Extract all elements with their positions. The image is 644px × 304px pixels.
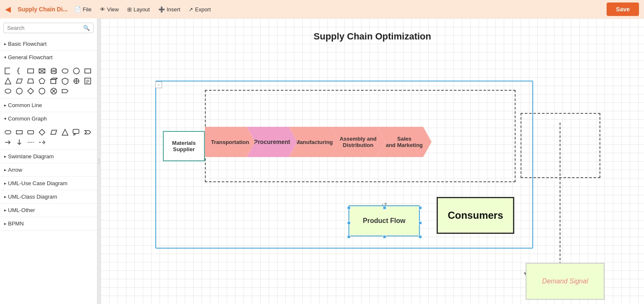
- shape-parallelogram[interactable]: [15, 76, 24, 86]
- menu-layout[interactable]: ⊞ Layout: [127, 6, 150, 13]
- svg-rect-35: [16, 131, 22, 134]
- chevron-transportation[interactable]: Transportation: [205, 127, 255, 157]
- shape-circle2[interactable]: [15, 86, 24, 96]
- svg-marker-14: [39, 78, 45, 84]
- search-icon: 🔍: [83, 25, 90, 31]
- right-dashed-box: [521, 113, 600, 178]
- chevron-manufacturing-label: Manufacturing: [295, 139, 333, 145]
- sel-handle-mr[interactable]: [419, 221, 422, 225]
- save-button[interactable]: Save: [607, 3, 639, 16]
- svg-point-26: [5, 89, 11, 93]
- shape-x-box[interactable]: [37, 66, 47, 76]
- shape-ellipse[interactable]: [3, 86, 13, 96]
- svg-rect-40: [73, 129, 79, 134]
- shape-rounded-rect[interactable]: [60, 66, 70, 76]
- insert-icon: ➕: [158, 6, 165, 13]
- section-swimlane-header[interactable]: Swimlane Diagram: [0, 150, 97, 163]
- shape-diamond[interactable]: [26, 86, 35, 96]
- svg-point-29: [39, 88, 45, 94]
- section-swimlane: Swimlane Diagram: [0, 150, 97, 163]
- shape-diamond2[interactable]: [37, 128, 47, 137]
- shape-rect-open-left[interactable]: [3, 66, 13, 76]
- shape-dashes[interactable]: [37, 138, 47, 147]
- section-uml-usecase-header[interactable]: UML-Use Case Diagram: [0, 177, 97, 190]
- product-flow-box[interactable]: Product Flow: [348, 205, 420, 236]
- shape-triangle[interactable]: [3, 76, 13, 86]
- menu-insert-label: Insert: [167, 6, 181, 13]
- svg-rect-22: [85, 78, 91, 84]
- shape-sq-rect[interactable]: [15, 128, 24, 137]
- section-arrow-header[interactable]: Arrow: [0, 163, 97, 176]
- menu-insert[interactable]: ➕ Insert: [158, 6, 181, 13]
- demand-signal-label: Demand Signal: [542, 278, 588, 285]
- sel-handle-tl[interactable]: [347, 206, 351, 210]
- search-box[interactable]: 🔍: [3, 23, 94, 33]
- sel-handle-tm[interactable]: [383, 206, 386, 210]
- shape-brace[interactable]: [15, 66, 24, 76]
- shape-x-circle[interactable]: [49, 86, 58, 96]
- section-common-line-header[interactable]: Common Line: [0, 99, 97, 112]
- shape-chevron-sm[interactable]: [83, 128, 92, 137]
- consumers-box[interactable]: Consumers: [437, 197, 514, 234]
- sel-handle-ml[interactable]: [347, 221, 351, 225]
- chevron-assembly-label: Assembly andDistribution: [340, 136, 377, 148]
- export-icon: ↗: [188, 6, 193, 13]
- canvas-area[interactable]: Supply Chain Optimization − MaterialsSup…: [101, 18, 644, 304]
- demand-signal-box[interactable]: Demand Signal: [526, 263, 605, 300]
- menu-file-label: File: [83, 6, 92, 13]
- shape-3d-rect[interactable]: [49, 76, 58, 86]
- shape-rect[interactable]: [26, 66, 35, 76]
- svg-marker-28: [28, 88, 34, 94]
- sel-handle-tr[interactable]: [419, 206, 422, 210]
- shape-speech[interactable]: [72, 128, 81, 137]
- section-basic-flowchart-header[interactable]: Basic Flowchart: [0, 37, 97, 50]
- section-uml-other: UML-Other: [0, 204, 97, 217]
- sidebar: 🔍 Basic Flowchart General Flowchart: [0, 18, 97, 304]
- shape-para2[interactable]: [49, 128, 58, 137]
- section-uml-other-header[interactable]: UML-Other: [0, 204, 97, 217]
- svg-point-9: [73, 68, 79, 74]
- shape-crosshair[interactable]: [72, 76, 81, 86]
- shape-trapezoid[interactable]: [26, 76, 35, 86]
- section-uml-usecase: UML-Use Case Diagram: [0, 177, 97, 190]
- sel-handle-bm[interactable]: [383, 235, 386, 238]
- svg-marker-33: [62, 89, 68, 93]
- shape-tri2[interactable]: [60, 128, 70, 137]
- shape-stadium[interactable]: [3, 128, 13, 137]
- sel-handle-bl[interactable]: [347, 235, 351, 238]
- section-common-graph: Common Graph: [0, 112, 97, 150]
- collapse-icon[interactable]: −: [155, 81, 162, 88]
- section-uml-class: UML-Class Diagram: [0, 190, 97, 204]
- search-input[interactable]: [7, 25, 83, 31]
- svg-marker-38: [51, 130, 57, 134]
- menu-export[interactable]: ↗ Export: [188, 6, 211, 13]
- menu-file[interactable]: 📄 File: [74, 6, 92, 13]
- back-button[interactable]: ◀: [5, 5, 11, 14]
- shape-note[interactable]: [83, 76, 92, 86]
- section-common-graph-header[interactable]: Common Graph: [0, 112, 97, 125]
- shape-rounded2[interactable]: [26, 128, 35, 137]
- shape-arrow-rect[interactable]: [60, 86, 70, 96]
- materials-supplier-box[interactable]: MaterialsSupplier: [163, 131, 205, 161]
- shape-circle[interactable]: [72, 66, 81, 76]
- menu-view[interactable]: 👁 View: [100, 6, 119, 13]
- shape-arrow-right[interactable]: [3, 138, 13, 147]
- svg-point-7: [51, 72, 56, 74]
- shape-grid-general: [0, 64, 97, 98]
- shape-arrow-down[interactable]: [15, 138, 24, 147]
- shape-circle3[interactable]: [37, 86, 47, 96]
- shape-cylinder[interactable]: [49, 66, 58, 76]
- sidebar-resize-handle[interactable]: [97, 18, 101, 304]
- topbar: ◀ Supply Chain Di... 📄 File 👁 View ⊞ Lay…: [0, 0, 644, 18]
- section-general-flowchart-header[interactable]: General Flowchart: [0, 51, 97, 64]
- shape-rect2[interactable]: [83, 66, 92, 76]
- vertical-arrow-line: [560, 123, 560, 277]
- section-bpmn-header[interactable]: BPMN: [0, 217, 97, 230]
- shape-pentagon[interactable]: [37, 76, 47, 86]
- shape-dots-line[interactable]: [26, 138, 35, 147]
- svg-marker-12: [16, 79, 22, 83]
- shape-shield[interactable]: [60, 76, 70, 86]
- sel-handle-br[interactable]: [419, 235, 422, 238]
- section-uml-class-header[interactable]: UML-Class Diagram: [0, 190, 97, 203]
- svg-marker-41: [85, 131, 91, 134]
